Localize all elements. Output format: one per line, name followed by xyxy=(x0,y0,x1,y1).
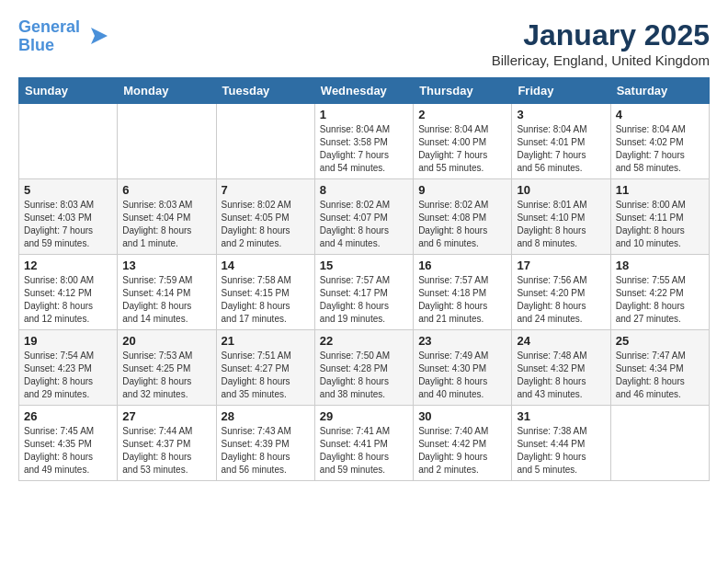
day-info: Sunrise: 7:38 AM Sunset: 4:44 PM Dayligh… xyxy=(517,425,605,477)
logo-icon xyxy=(82,23,109,51)
day-number: 25 xyxy=(616,334,704,348)
day-info: Sunrise: 7:41 AM Sunset: 4:41 PM Dayligh… xyxy=(320,425,408,477)
svg-marker-0 xyxy=(91,28,108,44)
day-info: Sunrise: 7:58 AM Sunset: 4:15 PM Dayligh… xyxy=(222,274,310,326)
weekday-header-tuesday: Tuesday xyxy=(216,78,314,104)
calendar-cell: 5Sunrise: 8:03 AM Sunset: 4:03 PM Daylig… xyxy=(19,179,118,255)
calendar-cell: 11Sunrise: 8:00 AM Sunset: 4:11 PM Dayli… xyxy=(610,179,709,255)
day-info: Sunrise: 8:02 AM Sunset: 4:05 PM Dayligh… xyxy=(222,199,310,250)
day-info: Sunrise: 8:00 AM Sunset: 4:11 PM Dayligh… xyxy=(616,199,704,250)
calendar-cell: 1Sunrise: 8:04 AM Sunset: 3:58 PM Daylig… xyxy=(314,104,413,179)
calendar-cell: 4Sunrise: 8:04 AM Sunset: 4:02 PM Daylig… xyxy=(610,104,709,179)
calendar-cell: 9Sunrise: 8:02 AM Sunset: 4:08 PM Daylig… xyxy=(414,179,512,255)
weekday-header-thursday: Thursday xyxy=(414,78,512,104)
day-number: 3 xyxy=(517,108,605,121)
calendar-cell: 27Sunrise: 7:44 AM Sunset: 4:37 PM Dayli… xyxy=(118,406,216,481)
day-info: Sunrise: 8:02 AM Sunset: 4:08 PM Dayligh… xyxy=(418,199,506,250)
week-row-4: 19Sunrise: 7:54 AM Sunset: 4:23 PM Dayli… xyxy=(19,330,710,406)
calendar-cell: 19Sunrise: 7:54 AM Sunset: 4:23 PM Dayli… xyxy=(19,330,118,406)
calendar-cell: 16Sunrise: 7:57 AM Sunset: 4:18 PM Dayli… xyxy=(414,255,512,330)
day-number: 16 xyxy=(418,259,506,272)
day-number: 19 xyxy=(24,334,112,348)
day-number: 4 xyxy=(616,108,704,121)
calendar-cell: 25Sunrise: 7:47 AM Sunset: 4:34 PM Dayli… xyxy=(610,330,709,406)
day-info: Sunrise: 7:48 AM Sunset: 4:32 PM Dayligh… xyxy=(517,350,605,401)
day-info: Sunrise: 7:54 AM Sunset: 4:23 PM Dayligh… xyxy=(24,350,112,401)
day-info: Sunrise: 8:02 AM Sunset: 4:07 PM Dayligh… xyxy=(320,199,408,250)
day-number: 30 xyxy=(418,409,506,423)
day-number: 23 xyxy=(418,334,506,348)
weekday-header-sunday: Sunday xyxy=(19,78,118,104)
calendar-cell: 21Sunrise: 7:51 AM Sunset: 4:27 PM Dayli… xyxy=(216,330,314,406)
day-number: 22 xyxy=(320,334,408,348)
month-title: January 2025 xyxy=(492,18,710,52)
day-number: 2 xyxy=(418,108,506,121)
calendar-cell: 20Sunrise: 7:53 AM Sunset: 4:25 PM Dayli… xyxy=(118,330,216,406)
day-info: Sunrise: 8:04 AM Sunset: 4:00 PM Dayligh… xyxy=(418,123,506,175)
calendar-cell: 6Sunrise: 8:03 AM Sunset: 4:04 PM Daylig… xyxy=(118,179,216,255)
day-number: 6 xyxy=(122,183,210,197)
day-info: Sunrise: 7:40 AM Sunset: 4:42 PM Dayligh… xyxy=(418,425,506,477)
calendar-cell: 10Sunrise: 8:01 AM Sunset: 4:10 PM Dayli… xyxy=(512,179,610,255)
day-info: Sunrise: 8:03 AM Sunset: 4:03 PM Dayligh… xyxy=(24,199,112,250)
logo-blue: Blue xyxy=(18,36,54,54)
week-row-5: 26Sunrise: 7:45 AM Sunset: 4:35 PM Dayli… xyxy=(19,406,710,481)
calendar-cell: 22Sunrise: 7:50 AM Sunset: 4:28 PM Dayli… xyxy=(314,330,413,406)
weekday-header-row: SundayMondayTuesdayWednesdayThursdayFrid… xyxy=(19,78,710,104)
calendar-cell: 13Sunrise: 7:59 AM Sunset: 4:14 PM Dayli… xyxy=(118,255,216,330)
day-number: 1 xyxy=(320,108,408,121)
day-info: Sunrise: 7:50 AM Sunset: 4:28 PM Dayligh… xyxy=(320,350,408,401)
calendar-cell: 17Sunrise: 7:56 AM Sunset: 4:20 PM Dayli… xyxy=(512,255,610,330)
weekday-header-monday: Monday xyxy=(118,78,216,104)
page: General Blue January 2025 Billericay, En… xyxy=(0,0,728,490)
calendar-cell: 30Sunrise: 7:40 AM Sunset: 4:42 PM Dayli… xyxy=(414,406,512,481)
day-number: 24 xyxy=(517,334,605,348)
calendar-cell: 12Sunrise: 8:00 AM Sunset: 4:12 PM Dayli… xyxy=(19,255,118,330)
day-number: 31 xyxy=(517,409,605,423)
day-info: Sunrise: 7:51 AM Sunset: 4:27 PM Dayligh… xyxy=(222,350,310,401)
day-number: 11 xyxy=(616,183,704,197)
title-block: January 2025 Billericay, England, United… xyxy=(492,18,710,68)
day-number: 13 xyxy=(122,259,210,272)
day-info: Sunrise: 8:03 AM Sunset: 4:04 PM Dayligh… xyxy=(122,199,210,250)
calendar-cell: 15Sunrise: 7:57 AM Sunset: 4:17 PM Dayli… xyxy=(314,255,413,330)
day-number: 15 xyxy=(320,259,408,272)
location: Billericay, England, United Kingdom xyxy=(492,52,710,68)
day-info: Sunrise: 8:04 AM Sunset: 3:58 PM Dayligh… xyxy=(320,123,408,175)
day-number: 17 xyxy=(517,259,605,272)
day-info: Sunrise: 8:04 AM Sunset: 4:01 PM Dayligh… xyxy=(517,123,605,175)
header: General Blue January 2025 Billericay, En… xyxy=(18,18,710,68)
calendar-cell: 23Sunrise: 7:49 AM Sunset: 4:30 PM Dayli… xyxy=(414,330,512,406)
calendar-cell: 14Sunrise: 7:58 AM Sunset: 4:15 PM Dayli… xyxy=(216,255,314,330)
calendar-cell: 24Sunrise: 7:48 AM Sunset: 4:32 PM Dayli… xyxy=(512,330,610,406)
calendar-cell xyxy=(19,104,118,179)
day-info: Sunrise: 7:49 AM Sunset: 4:30 PM Dayligh… xyxy=(418,350,506,401)
day-number: 21 xyxy=(222,334,310,348)
day-number: 26 xyxy=(24,409,112,423)
calendar-cell: 8Sunrise: 8:02 AM Sunset: 4:07 PM Daylig… xyxy=(314,179,413,255)
calendar-cell xyxy=(118,104,216,179)
day-info: Sunrise: 7:43 AM Sunset: 4:39 PM Dayligh… xyxy=(222,425,310,477)
day-number: 12 xyxy=(24,259,112,272)
calendar-table: SundayMondayTuesdayWednesdayThursdayFrid… xyxy=(18,77,710,481)
day-number: 28 xyxy=(222,409,310,423)
day-number: 5 xyxy=(24,183,112,197)
calendar-cell xyxy=(610,406,709,481)
weekday-header-wednesday: Wednesday xyxy=(314,78,413,104)
day-info: Sunrise: 7:57 AM Sunset: 4:18 PM Dayligh… xyxy=(418,274,506,326)
logo-text: General Blue xyxy=(18,18,80,55)
calendar-cell: 7Sunrise: 8:02 AM Sunset: 4:05 PM Daylig… xyxy=(216,179,314,255)
weekday-header-saturday: Saturday xyxy=(610,78,709,104)
week-row-2: 5Sunrise: 8:03 AM Sunset: 4:03 PM Daylig… xyxy=(19,179,710,255)
day-number: 9 xyxy=(418,183,506,197)
day-info: Sunrise: 8:01 AM Sunset: 4:10 PM Dayligh… xyxy=(517,199,605,250)
calendar-cell: 26Sunrise: 7:45 AM Sunset: 4:35 PM Dayli… xyxy=(19,406,118,481)
day-info: Sunrise: 7:56 AM Sunset: 4:20 PM Dayligh… xyxy=(517,274,605,326)
calendar-cell: 29Sunrise: 7:41 AM Sunset: 4:41 PM Dayli… xyxy=(314,406,413,481)
day-number: 10 xyxy=(517,183,605,197)
logo: General Blue xyxy=(18,18,109,55)
logo-general: General xyxy=(18,17,80,36)
day-number: 27 xyxy=(122,409,210,423)
day-info: Sunrise: 7:57 AM Sunset: 4:17 PM Dayligh… xyxy=(320,274,408,326)
calendar-cell: 31Sunrise: 7:38 AM Sunset: 4:44 PM Dayli… xyxy=(512,406,610,481)
